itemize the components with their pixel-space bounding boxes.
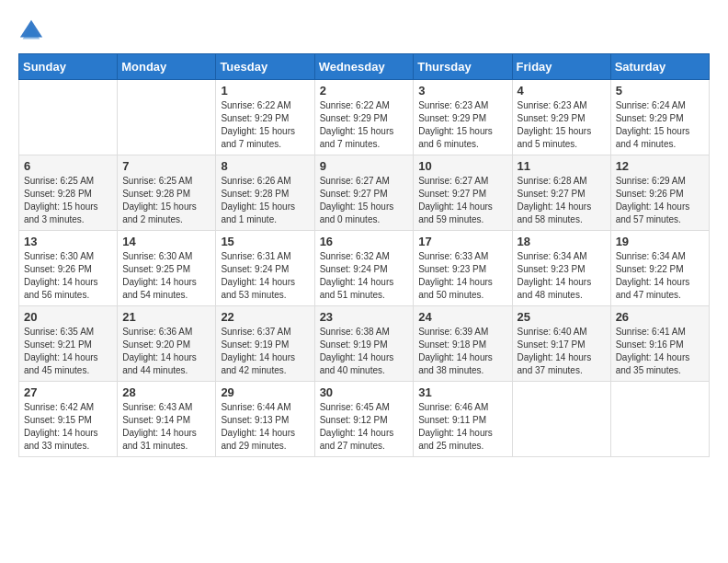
day-number: 10: [418, 159, 506, 173]
calendar-cell: 1Sunrise: 6:22 AM Sunset: 9:29 PM Daylig…: [216, 80, 314, 155]
day-number: 23: [320, 310, 409, 324]
calendar-cell: [118, 80, 216, 155]
col-header-saturday: Saturday: [610, 54, 709, 80]
calendar-cell: 17Sunrise: 6:33 AM Sunset: 9:23 PM Dayli…: [414, 231, 512, 306]
calendar-cell: 20Sunrise: 6:35 AM Sunset: 9:21 PM Dayli…: [19, 306, 118, 382]
calendar-cell: 18Sunrise: 6:34 AM Sunset: 9:23 PM Dayli…: [512, 231, 610, 306]
day-number: 5: [616, 84, 704, 98]
day-number: 14: [122, 235, 210, 248]
calendar-cell: 15Sunrise: 6:31 AM Sunset: 9:24 PM Dayli…: [216, 231, 314, 306]
calendar-cell: 11Sunrise: 6:28 AM Sunset: 9:27 PM Dayli…: [512, 155, 610, 231]
day-info: Sunrise: 6:46 AM Sunset: 9:11 PM Dayligh…: [418, 401, 506, 453]
calendar-cell: 14Sunrise: 6:30 AM Sunset: 9:25 PM Dayli…: [118, 231, 216, 306]
day-info: Sunrise: 6:35 AM Sunset: 9:21 PM Dayligh…: [24, 326, 112, 377]
day-number: 4: [518, 84, 606, 98]
calendar-cell: [512, 382, 610, 457]
day-number: 15: [221, 235, 309, 248]
day-info: Sunrise: 6:23 AM Sunset: 9:29 PM Dayligh…: [418, 99, 506, 151]
day-info: Sunrise: 6:24 AM Sunset: 9:29 PM Dayligh…: [616, 99, 704, 151]
col-header-sunday: Sunday: [19, 54, 118, 80]
calendar-cell: 2Sunrise: 6:22 AM Sunset: 9:29 PM Daylig…: [314, 80, 414, 155]
day-info: Sunrise: 6:41 AM Sunset: 9:16 PM Dayligh…: [616, 326, 704, 377]
day-info: Sunrise: 6:28 AM Sunset: 9:27 PM Dayligh…: [518, 175, 606, 226]
calendar-cell: 4Sunrise: 6:23 AM Sunset: 9:29 PM Daylig…: [512, 80, 610, 155]
day-number: 6: [24, 159, 112, 173]
calendar-cell: 29Sunrise: 6:44 AM Sunset: 9:13 PM Dayli…: [216, 382, 314, 457]
calendar-cell: 28Sunrise: 6:43 AM Sunset: 9:14 PM Dayli…: [118, 382, 216, 457]
day-number: 12: [616, 159, 704, 173]
calendar-cell: 6Sunrise: 6:25 AM Sunset: 9:28 PM Daylig…: [19, 155, 118, 231]
day-number: 9: [320, 159, 409, 173]
day-number: 7: [122, 159, 210, 173]
calendar-table: SundayMondayTuesdayWednesdayThursdayFrid…: [18, 53, 710, 457]
calendar-cell: [610, 382, 709, 457]
calendar-cell: 5Sunrise: 6:24 AM Sunset: 9:29 PM Daylig…: [610, 80, 709, 155]
day-number: 20: [24, 310, 112, 324]
day-info: Sunrise: 6:29 AM Sunset: 9:26 PM Dayligh…: [616, 175, 704, 226]
day-number: 16: [320, 235, 409, 248]
calendar-week-2: 13Sunrise: 6:30 AM Sunset: 9:26 PM Dayli…: [19, 231, 710, 306]
day-number: 11: [518, 159, 606, 173]
day-number: 24: [418, 310, 506, 324]
day-info: Sunrise: 6:30 AM Sunset: 9:25 PM Dayligh…: [122, 250, 210, 302]
day-number: 8: [221, 159, 309, 173]
calendar-cell: 3Sunrise: 6:23 AM Sunset: 9:29 PM Daylig…: [414, 80, 512, 155]
day-info: Sunrise: 6:40 AM Sunset: 9:17 PM Dayligh…: [518, 326, 606, 377]
calendar-cell: 21Sunrise: 6:36 AM Sunset: 9:20 PM Dayli…: [118, 306, 216, 382]
day-info: Sunrise: 6:25 AM Sunset: 9:28 PM Dayligh…: [24, 175, 112, 226]
day-info: Sunrise: 6:37 AM Sunset: 9:19 PM Dayligh…: [221, 326, 309, 377]
calendar-cell: 10Sunrise: 6:27 AM Sunset: 9:27 PM Dayli…: [414, 155, 512, 231]
day-info: Sunrise: 6:42 AM Sunset: 9:15 PM Dayligh…: [24, 401, 112, 453]
calendar-cell: 8Sunrise: 6:26 AM Sunset: 9:28 PM Daylig…: [216, 155, 314, 231]
day-info: Sunrise: 6:25 AM Sunset: 9:28 PM Dayligh…: [122, 175, 210, 226]
day-number: 28: [122, 385, 210, 399]
calendar-cell: 16Sunrise: 6:32 AM Sunset: 9:24 PM Dayli…: [314, 231, 414, 306]
day-info: Sunrise: 6:33 AM Sunset: 9:23 PM Dayligh…: [418, 250, 506, 302]
col-header-wednesday: Wednesday: [314, 54, 414, 80]
calendar-cell: 19Sunrise: 6:34 AM Sunset: 9:22 PM Dayli…: [610, 231, 709, 306]
calendar-cell: 22Sunrise: 6:37 AM Sunset: 9:19 PM Dayli…: [216, 306, 314, 382]
day-number: 13: [24, 235, 112, 248]
day-info: Sunrise: 6:34 AM Sunset: 9:22 PM Dayligh…: [616, 250, 704, 302]
calendar-cell: 31Sunrise: 6:46 AM Sunset: 9:11 PM Dayli…: [414, 382, 512, 457]
calendar-cell: 9Sunrise: 6:27 AM Sunset: 9:27 PM Daylig…: [314, 155, 414, 231]
day-number: 26: [616, 310, 704, 324]
day-number: 31: [418, 385, 506, 399]
calendar-week-4: 27Sunrise: 6:42 AM Sunset: 9:15 PM Dayli…: [19, 382, 710, 457]
day-info: Sunrise: 6:27 AM Sunset: 9:27 PM Dayligh…: [320, 175, 409, 226]
day-info: Sunrise: 6:30 AM Sunset: 9:26 PM Dayligh…: [24, 250, 112, 302]
day-number: 17: [418, 235, 506, 248]
day-info: Sunrise: 6:34 AM Sunset: 9:23 PM Dayligh…: [518, 250, 606, 302]
day-info: Sunrise: 6:43 AM Sunset: 9:14 PM Dayligh…: [122, 401, 210, 453]
calendar-cell: 25Sunrise: 6:40 AM Sunset: 9:17 PM Dayli…: [512, 306, 610, 382]
calendar-week-1: 6Sunrise: 6:25 AM Sunset: 9:28 PM Daylig…: [19, 155, 710, 231]
day-number: 27: [24, 385, 112, 399]
day-number: 18: [518, 235, 606, 248]
page-header: [18, 18, 710, 44]
calendar-week-0: 1Sunrise: 6:22 AM Sunset: 9:29 PM Daylig…: [19, 80, 710, 155]
calendar-cell: 23Sunrise: 6:38 AM Sunset: 9:19 PM Dayli…: [314, 306, 414, 382]
logo-icon: [18, 18, 44, 44]
day-number: 2: [320, 84, 409, 98]
day-number: 25: [518, 310, 606, 324]
day-number: 1: [221, 84, 309, 98]
logo: [18, 18, 48, 44]
col-header-monday: Monday: [118, 54, 216, 80]
day-info: Sunrise: 6:36 AM Sunset: 9:20 PM Dayligh…: [122, 326, 210, 377]
calendar-cell: 24Sunrise: 6:39 AM Sunset: 9:18 PM Dayli…: [414, 306, 512, 382]
day-info: Sunrise: 6:26 AM Sunset: 9:28 PM Dayligh…: [221, 175, 309, 226]
col-header-friday: Friday: [512, 54, 610, 80]
calendar-cell: 27Sunrise: 6:42 AM Sunset: 9:15 PM Dayli…: [19, 382, 118, 457]
col-header-tuesday: Tuesday: [216, 54, 314, 80]
day-info: Sunrise: 6:39 AM Sunset: 9:18 PM Dayligh…: [418, 326, 506, 377]
day-number: 19: [616, 235, 704, 248]
day-number: 30: [320, 385, 409, 399]
calendar-cell: 26Sunrise: 6:41 AM Sunset: 9:16 PM Dayli…: [610, 306, 709, 382]
col-header-thursday: Thursday: [414, 54, 512, 80]
day-info: Sunrise: 6:45 AM Sunset: 9:12 PM Dayligh…: [320, 401, 409, 453]
day-number: 29: [221, 385, 309, 399]
day-info: Sunrise: 6:38 AM Sunset: 9:19 PM Dayligh…: [320, 326, 409, 377]
day-info: Sunrise: 6:31 AM Sunset: 9:24 PM Dayligh…: [221, 250, 309, 302]
calendar-week-3: 20Sunrise: 6:35 AM Sunset: 9:21 PM Dayli…: [19, 306, 710, 382]
calendar-cell: 7Sunrise: 6:25 AM Sunset: 9:28 PM Daylig…: [118, 155, 216, 231]
